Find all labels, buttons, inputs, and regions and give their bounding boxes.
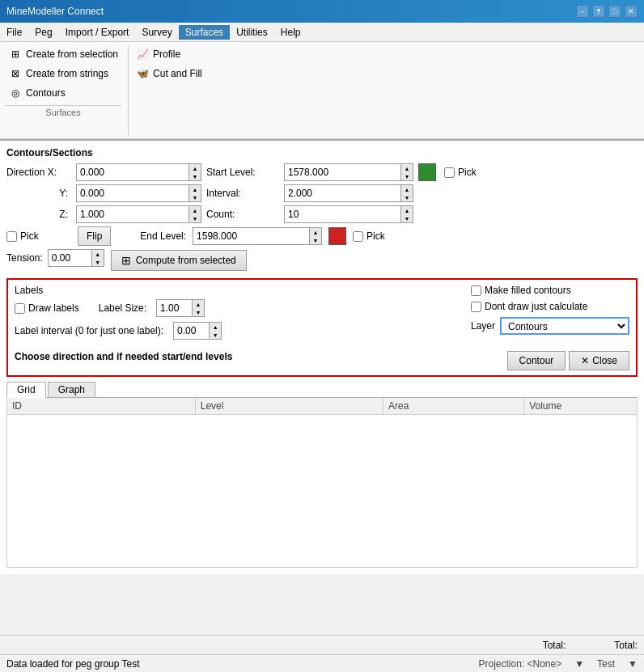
count-input[interactable]: ▲ ▼ — [284, 205, 413, 223]
menu-utilities[interactable]: Utilities — [230, 25, 274, 40]
status-right: Projection: <None> ▼ Test ▼ — [478, 658, 638, 670]
create-selection-icon: ⊞ — [8, 47, 23, 61]
layer-select[interactable]: Contours — [500, 317, 629, 335]
contours-icon: ◎ — [8, 86, 23, 100]
label-interval-label: Label interval (0 for just one label): — [15, 325, 163, 336]
compute-icon: ⊞ — [121, 254, 131, 267]
end-pick-checkbox[interactable] — [353, 231, 363, 242]
direction-y-input[interactable]: ▲ ▼ — [76, 184, 201, 202]
direction-z-up[interactable]: ▲ — [189, 206, 201, 214]
direction-hint: Choose direction and if needed start/end… — [15, 351, 232, 362]
toolbar-create-selection[interactable]: ⊞ Create from selection — [5, 45, 121, 63]
col-area-header: Area — [383, 398, 523, 415]
count-up[interactable]: ▲ — [401, 206, 413, 214]
maximize-button[interactable]: □ — [608, 5, 621, 18]
labels-header: Labels — [15, 285, 458, 296]
end-color-box[interactable] — [328, 227, 346, 245]
interval-down[interactable]: ▼ — [401, 193, 413, 201]
test-label: Test — [597, 658, 615, 670]
count-down[interactable]: ▼ — [401, 214, 413, 222]
compute-button[interactable]: ⊞ Compute from selected — [111, 250, 247, 271]
menu-help[interactable]: Help — [274, 25, 307, 40]
col-id-header: ID — [7, 398, 195, 415]
end-level-down[interactable]: ▼ — [310, 236, 321, 244]
tension-up[interactable]: ▲ — [92, 250, 104, 258]
dont-draw-check[interactable]: Dont draw just calculate — [471, 301, 629, 312]
close-x-icon: ✕ — [581, 355, 589, 366]
start-pick-label[interactable]: Pick — [444, 167, 485, 178]
menu-import-export[interactable]: Import / Export — [59, 25, 136, 40]
label-size-up[interactable]: ▲ — [193, 300, 204, 308]
count-label: Count: — [206, 209, 279, 220]
label-interval-down[interactable]: ▼ — [210, 331, 221, 339]
title-bar: MineModeller Connect – 🖈 □ ✕ — [0, 0, 644, 23]
menu-peg[interactable]: Peg — [28, 25, 58, 40]
app-title: MineModeller Connect — [6, 6, 104, 17]
pick-checkbox-label[interactable]: Pick — [6, 230, 39, 242]
label-interval-input[interactable]: ▲ ▼ — [173, 322, 222, 340]
col-volume-header: Volume — [524, 398, 637, 415]
status-text: Data loaded for peg group Test — [6, 658, 140, 670]
layer-label: Layer — [471, 320, 495, 332]
contour-button[interactable]: Contour — [507, 351, 566, 370]
end-level-up[interactable]: ▲ — [310, 228, 321, 236]
dropdown-arrow-icon[interactable]: ▼ — [574, 658, 584, 670]
label-size-input[interactable]: ▲ ▼ — [156, 299, 205, 317]
tab-grid[interactable]: Grid — [6, 382, 46, 398]
toolbar-contours[interactable]: ◎ Contours — [5, 84, 121, 102]
direction-z-input[interactable]: ▲ ▼ — [76, 205, 201, 223]
make-filled-checkbox[interactable] — [471, 285, 481, 296]
tabs: Grid Graph — [6, 382, 638, 398]
window-controls: – 🖈 □ ✕ — [576, 5, 638, 18]
close-button[interactable]: ✕ — [625, 5, 638, 18]
toolbar-section-tools: 📈 Profile 🦋 Cut and Fill — [132, 45, 229, 135]
menu-file[interactable]: File — [0, 25, 28, 40]
tab-graph[interactable]: Graph — [48, 382, 95, 397]
end-level-input[interactable]: ▲ ▼ — [193, 227, 322, 245]
label-size-label: Label Size: — [99, 302, 146, 314]
toolbar: ⊞ Create from selection ⊠ Create from st… — [0, 42, 644, 139]
pin-button[interactable]: 🖈 — [592, 5, 605, 18]
make-filled-check[interactable]: Make filled contours — [471, 285, 629, 296]
menu-surfaces[interactable]: Surfaces — [179, 25, 230, 40]
direction-z-down[interactable]: ▼ — [189, 214, 201, 222]
menu-survey[interactable]: Survey — [135, 25, 178, 40]
pick-checkbox[interactable] — [6, 231, 17, 242]
interval-input[interactable]: ▲ ▼ — [284, 184, 413, 202]
direction-x-input[interactable]: ▲ ▼ — [76, 163, 201, 181]
interval-label: Interval: — [206, 188, 279, 199]
start-pick-checkbox[interactable] — [444, 167, 455, 178]
flip-button[interactable]: Flip — [78, 226, 111, 246]
start-level-down[interactable]: ▼ — [401, 172, 413, 180]
tension-down[interactable]: ▼ — [92, 258, 104, 266]
test-dropdown-icon[interactable]: ▼ — [628, 658, 638, 670]
interval-up[interactable]: ▲ — [401, 185, 413, 193]
direction-x-label: Direction X: — [6, 167, 71, 178]
draw-labels-checkbox[interactable] — [15, 303, 25, 314]
start-color-box[interactable] — [418, 163, 436, 181]
start-level-up[interactable]: ▲ — [401, 164, 413, 172]
dont-draw-checkbox[interactable] — [471, 302, 481, 312]
create-strings-icon: ⊠ — [8, 66, 23, 81]
direction-y-up[interactable]: ▲ — [189, 185, 201, 193]
direction-x-down[interactable]: ▼ — [189, 172, 201, 180]
minimize-button[interactable]: – — [576, 5, 589, 18]
label-interval-up[interactable]: ▲ — [210, 323, 221, 331]
toolbar-create-strings[interactable]: ⊠ Create from strings — [5, 65, 121, 82]
direction-x-up[interactable]: ▲ — [189, 164, 201, 172]
start-level-input[interactable]: ▲ ▼ — [284, 163, 413, 181]
tension-label: Tension: — [6, 252, 43, 264]
toolbar-section-label: Surfaces — [5, 105, 121, 117]
toolbar-profile[interactable]: 📈 Profile — [132, 45, 222, 63]
end-pick-label[interactable]: Pick — [353, 230, 385, 242]
direction-y-down[interactable]: ▼ — [189, 193, 201, 201]
tension-input[interactable]: ▲ ▼ — [48, 249, 104, 267]
main-content: Contours/Sections Direction X: ▲ ▼ Start… — [0, 139, 644, 574]
toolbar-section-surfaces: ⊞ Create from selection ⊠ Create from st… — [5, 45, 129, 135]
label-size-down[interactable]: ▼ — [193, 308, 204, 316]
status-bar: Data loaded for peg group Test Projectio… — [0, 654, 644, 672]
layer-row: Layer Contours — [471, 317, 629, 335]
toolbar-cut-fill[interactable]: 🦋 Cut and Fill — [132, 65, 222, 82]
draw-labels-check[interactable]: Draw labels — [15, 302, 79, 314]
close-button[interactable]: ✕ Close — [569, 351, 629, 370]
